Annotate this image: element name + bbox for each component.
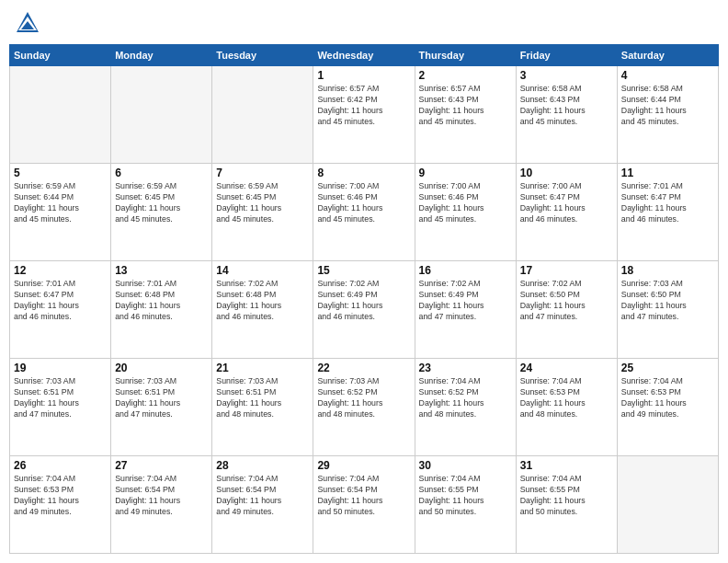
day-info: Sunrise: 6:58 AM Sunset: 6:43 PM Dayligh… xyxy=(520,84,613,128)
day-number: 27 xyxy=(115,459,208,472)
day-number: 13 xyxy=(115,264,208,277)
calendar-cell: 16Sunrise: 7:02 AM Sunset: 6:49 PM Dayli… xyxy=(415,261,516,359)
calendar-cell xyxy=(10,66,111,164)
day-header-wednesday: Wednesday xyxy=(313,45,415,66)
day-number: 29 xyxy=(317,459,410,472)
day-number: 16 xyxy=(419,264,512,277)
day-number: 7 xyxy=(216,167,309,179)
day-info: Sunrise: 7:00 AM Sunset: 6:47 PM Dayligh… xyxy=(520,181,613,225)
day-number: 8 xyxy=(317,167,410,179)
day-number: 22 xyxy=(317,362,410,374)
day-number: 14 xyxy=(216,264,309,277)
calendar-table: SundayMondayTuesdayWednesdayThursdayFrid… xyxy=(9,44,719,554)
calendar-cell: 19Sunrise: 7:03 AM Sunset: 6:51 PM Dayli… xyxy=(10,359,111,456)
calendar-week-4: 19Sunrise: 7:03 AM Sunset: 6:51 PM Dayli… xyxy=(10,359,719,456)
day-number: 28 xyxy=(216,459,309,472)
calendar-week-2: 5Sunrise: 6:59 AM Sunset: 6:44 PM Daylig… xyxy=(10,164,719,261)
calendar-cell: 13Sunrise: 7:01 AM Sunset: 6:48 PM Dayli… xyxy=(111,261,212,359)
day-info: Sunrise: 7:00 AM Sunset: 6:46 PM Dayligh… xyxy=(317,181,410,225)
calendar-cell: 31Sunrise: 7:04 AM Sunset: 6:55 PM Dayli… xyxy=(516,456,617,554)
day-info: Sunrise: 6:57 AM Sunset: 6:43 PM Dayligh… xyxy=(419,84,512,128)
day-info: Sunrise: 7:04 AM Sunset: 6:53 PM Dayligh… xyxy=(520,376,613,420)
calendar-cell: 17Sunrise: 7:02 AM Sunset: 6:50 PM Dayli… xyxy=(516,261,617,359)
day-number: 2 xyxy=(419,69,512,82)
day-number: 10 xyxy=(520,167,613,179)
day-number: 15 xyxy=(317,264,410,277)
day-header-thursday: Thursday xyxy=(415,45,516,66)
day-header-saturday: Saturday xyxy=(617,45,718,66)
day-number: 1 xyxy=(317,69,410,82)
day-info: Sunrise: 6:59 AM Sunset: 6:44 PM Dayligh… xyxy=(14,181,107,225)
day-number: 30 xyxy=(419,459,512,472)
calendar-cell: 2Sunrise: 6:57 AM Sunset: 6:43 PM Daylig… xyxy=(415,66,516,164)
day-info: Sunrise: 7:02 AM Sunset: 6:48 PM Dayligh… xyxy=(216,279,309,323)
day-info: Sunrise: 7:01 AM Sunset: 6:48 PM Dayligh… xyxy=(115,279,208,323)
header xyxy=(9,9,719,37)
day-number: 24 xyxy=(520,362,613,374)
calendar-cell: 25Sunrise: 7:04 AM Sunset: 6:53 PM Dayli… xyxy=(617,359,718,456)
day-info: Sunrise: 6:57 AM Sunset: 6:42 PM Dayligh… xyxy=(317,84,410,128)
day-info: Sunrise: 7:03 AM Sunset: 6:52 PM Dayligh… xyxy=(317,376,410,420)
calendar-cell: 18Sunrise: 7:03 AM Sunset: 6:50 PM Dayli… xyxy=(617,261,718,359)
day-number: 18 xyxy=(621,264,714,277)
calendar-week-3: 12Sunrise: 7:01 AM Sunset: 6:47 PM Dayli… xyxy=(10,261,719,359)
day-number: 9 xyxy=(419,167,512,179)
day-info: Sunrise: 7:04 AM Sunset: 6:52 PM Dayligh… xyxy=(419,376,512,420)
calendar-header-row: SundayMondayTuesdayWednesdayThursdayFrid… xyxy=(10,45,719,66)
day-info: Sunrise: 7:04 AM Sunset: 6:53 PM Dayligh… xyxy=(14,474,107,518)
day-info: Sunrise: 7:04 AM Sunset: 6:54 PM Dayligh… xyxy=(115,474,208,518)
calendar-cell: 15Sunrise: 7:02 AM Sunset: 6:49 PM Dayli… xyxy=(313,261,415,359)
day-info: Sunrise: 7:02 AM Sunset: 6:49 PM Dayligh… xyxy=(317,279,410,323)
page: SundayMondayTuesdayWednesdayThursdayFrid… xyxy=(0,0,728,563)
calendar-cell: 9Sunrise: 7:00 AM Sunset: 6:46 PM Daylig… xyxy=(415,164,516,261)
day-number: 20 xyxy=(115,362,208,374)
calendar-cell: 1Sunrise: 6:57 AM Sunset: 6:42 PM Daylig… xyxy=(313,66,415,164)
day-number: 19 xyxy=(14,362,107,374)
day-info: Sunrise: 7:00 AM Sunset: 6:46 PM Dayligh… xyxy=(419,181,512,225)
day-number: 5 xyxy=(14,167,107,179)
calendar-cell: 28Sunrise: 7:04 AM Sunset: 6:54 PM Dayli… xyxy=(212,456,313,554)
day-info: Sunrise: 7:04 AM Sunset: 6:55 PM Dayligh… xyxy=(520,474,613,518)
calendar-cell: 7Sunrise: 6:59 AM Sunset: 6:45 PM Daylig… xyxy=(212,164,313,261)
calendar-cell: 6Sunrise: 6:59 AM Sunset: 6:45 PM Daylig… xyxy=(111,164,212,261)
day-number: 11 xyxy=(621,167,714,179)
day-header-friday: Friday xyxy=(516,45,617,66)
day-info: Sunrise: 7:04 AM Sunset: 6:54 PM Dayligh… xyxy=(317,474,410,518)
calendar-week-5: 26Sunrise: 7:04 AM Sunset: 6:53 PM Dayli… xyxy=(10,456,719,554)
day-number: 25 xyxy=(621,362,714,374)
calendar-cell: 21Sunrise: 7:03 AM Sunset: 6:51 PM Dayli… xyxy=(212,359,313,456)
day-info: Sunrise: 7:04 AM Sunset: 6:54 PM Dayligh… xyxy=(216,474,309,518)
day-number: 6 xyxy=(115,167,208,179)
day-info: Sunrise: 7:04 AM Sunset: 6:55 PM Dayligh… xyxy=(419,474,512,518)
day-number: 17 xyxy=(520,264,613,277)
calendar-cell: 23Sunrise: 7:04 AM Sunset: 6:52 PM Dayli… xyxy=(415,359,516,456)
calendar-cell: 22Sunrise: 7:03 AM Sunset: 6:52 PM Dayli… xyxy=(313,359,415,456)
day-number: 12 xyxy=(14,264,107,277)
day-header-sunday: Sunday xyxy=(10,45,111,66)
logo xyxy=(14,9,45,37)
day-number: 3 xyxy=(520,69,613,82)
calendar-cell: 5Sunrise: 6:59 AM Sunset: 6:44 PM Daylig… xyxy=(10,164,111,261)
day-header-tuesday: Tuesday xyxy=(212,45,313,66)
day-info: Sunrise: 6:58 AM Sunset: 6:44 PM Dayligh… xyxy=(621,84,714,128)
calendar-cell: 30Sunrise: 7:04 AM Sunset: 6:55 PM Dayli… xyxy=(415,456,516,554)
calendar-cell: 8Sunrise: 7:00 AM Sunset: 6:46 PM Daylig… xyxy=(313,164,415,261)
day-info: Sunrise: 7:01 AM Sunset: 6:47 PM Dayligh… xyxy=(621,181,714,225)
calendar-cell: 26Sunrise: 7:04 AM Sunset: 6:53 PM Dayli… xyxy=(10,456,111,554)
calendar-cell: 24Sunrise: 7:04 AM Sunset: 6:53 PM Dayli… xyxy=(516,359,617,456)
calendar-cell xyxy=(111,66,212,164)
calendar-cell: 4Sunrise: 6:58 AM Sunset: 6:44 PM Daylig… xyxy=(617,66,718,164)
day-info: Sunrise: 7:03 AM Sunset: 6:51 PM Dayligh… xyxy=(115,376,208,420)
calendar-cell: 12Sunrise: 7:01 AM Sunset: 6:47 PM Dayli… xyxy=(10,261,111,359)
day-info: Sunrise: 7:02 AM Sunset: 6:49 PM Dayligh… xyxy=(419,279,512,323)
calendar-cell: 10Sunrise: 7:00 AM Sunset: 6:47 PM Dayli… xyxy=(516,164,617,261)
day-number: 23 xyxy=(419,362,512,374)
day-info: Sunrise: 7:02 AM Sunset: 6:50 PM Dayligh… xyxy=(520,279,613,323)
calendar-cell: 11Sunrise: 7:01 AM Sunset: 6:47 PM Dayli… xyxy=(617,164,718,261)
day-number: 26 xyxy=(14,459,107,472)
day-info: Sunrise: 7:03 AM Sunset: 6:50 PM Dayligh… xyxy=(621,279,714,323)
day-info: Sunrise: 7:04 AM Sunset: 6:53 PM Dayligh… xyxy=(621,376,714,420)
calendar-cell xyxy=(617,456,718,554)
calendar-cell: 20Sunrise: 7:03 AM Sunset: 6:51 PM Dayli… xyxy=(111,359,212,456)
calendar-cell xyxy=(212,66,313,164)
